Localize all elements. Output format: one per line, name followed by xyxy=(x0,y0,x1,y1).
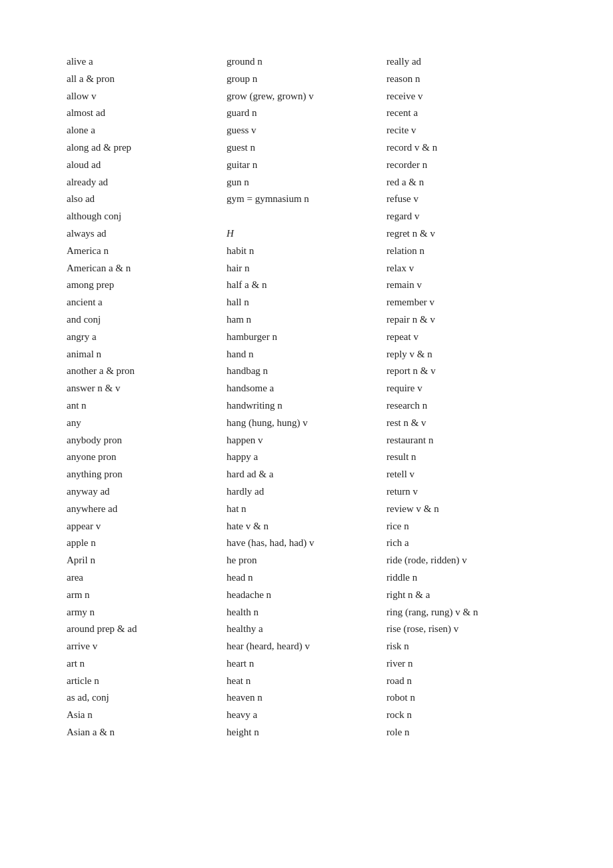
word-entry: heat n xyxy=(227,673,386,690)
word-entry: recite v xyxy=(386,122,546,139)
word-entry: around prep & ad xyxy=(67,621,227,638)
word-entry: happen v xyxy=(227,432,386,449)
word-entry: rest n & v xyxy=(386,415,546,432)
word-entry: head n xyxy=(227,569,386,587)
word-entry: army n xyxy=(67,604,227,621)
word-entry: remain v xyxy=(386,277,546,294)
word-entry: Asian a & n xyxy=(67,724,227,741)
word-entry: hard ad & a xyxy=(227,466,386,483)
word-entry: April n xyxy=(67,552,227,569)
section-header-h: H xyxy=(227,225,386,243)
word-entry: research n xyxy=(386,397,546,415)
word-entry: rock n xyxy=(386,707,546,724)
word-entry: relation n xyxy=(386,243,546,260)
word-entry: reply v & n xyxy=(386,346,546,363)
main-columns: alive aall a & pronallow valmost adalone… xyxy=(67,53,546,741)
column-3: really adreason nreceive vrecent arecite… xyxy=(386,53,546,741)
word-entry: hair n xyxy=(227,260,386,277)
word-entry: appear v xyxy=(67,518,227,535)
word-entry: America n xyxy=(67,243,227,260)
word-entry: health n xyxy=(227,604,386,621)
word-entry: recorder n xyxy=(386,157,546,174)
word-entry: guitar n xyxy=(227,157,386,174)
word-entry: red a & n xyxy=(386,174,546,191)
word-entry: gun n xyxy=(227,174,386,191)
word-entry: gym = gymnasium n xyxy=(227,191,386,208)
word-entry: aloud ad xyxy=(67,157,227,174)
word-entry: guess v xyxy=(227,122,386,139)
word-entry: hate v & n xyxy=(227,518,386,535)
word-entry: half a & n xyxy=(227,277,386,294)
word-entry: role n xyxy=(386,724,546,741)
word-entry: hamburger n xyxy=(227,329,386,346)
word-entry: road n xyxy=(386,673,546,690)
word-entry: guard n xyxy=(227,105,386,122)
word-entry: have (has, had, had) v xyxy=(227,535,386,552)
word-entry: ground n xyxy=(227,53,386,71)
word-entry: river n xyxy=(386,655,546,673)
column-1: alive aall a & pronallow valmost adalone… xyxy=(67,53,227,741)
word-entry: really ad xyxy=(386,53,546,71)
word-entry: heart n xyxy=(227,655,386,673)
word-entry: riddle n xyxy=(386,569,546,587)
word-entry: among prep xyxy=(67,277,227,294)
word-entry: remember v xyxy=(386,294,546,311)
word-entry: handwriting n xyxy=(227,397,386,415)
word-entry: although conj xyxy=(67,208,227,225)
word-entry: any xyxy=(67,415,227,432)
word-entry: result n xyxy=(386,449,546,466)
word-entry: hat n xyxy=(227,501,386,518)
word-entry: animal n xyxy=(67,346,227,363)
word-entry: receive v xyxy=(386,88,546,105)
word-entry: ancient a xyxy=(67,294,227,311)
word-entry: regret n & v xyxy=(386,225,546,243)
word-entry: refuse v xyxy=(386,191,546,208)
word-entry: recent a xyxy=(386,105,546,122)
word-entry: hand n xyxy=(227,346,386,363)
word-entry: anything pron xyxy=(67,466,227,483)
word-entry: angry a xyxy=(67,329,227,346)
word-entry: handsome a xyxy=(227,380,386,397)
word-entry: alive a xyxy=(67,53,227,71)
word-entry: all a & pron xyxy=(67,71,227,88)
word-entry: always ad xyxy=(67,225,227,243)
word-entry: answer n & v xyxy=(67,380,227,397)
word-entry: allow v xyxy=(67,88,227,105)
word-entry: ride (rode, ridden) v xyxy=(386,552,546,569)
word-entry: also ad xyxy=(67,191,227,208)
word-entry: already ad xyxy=(67,174,227,191)
word-entry: another a & pron xyxy=(67,363,227,380)
word-entry: review v & n xyxy=(386,501,546,518)
word-entry: right n & a xyxy=(386,587,546,604)
column-2: ground ngroup ngrow (grew, grown) vguard… xyxy=(227,53,386,741)
word-entry: ant n xyxy=(67,397,227,415)
word-entry: habit n xyxy=(227,243,386,260)
word-entry: repeat v xyxy=(386,329,546,346)
word-entry: robot n xyxy=(386,689,546,707)
word-entry: along ad & prep xyxy=(67,139,227,157)
word-entry: restaurant n xyxy=(386,432,546,449)
word-entry: apple n xyxy=(67,535,227,552)
word-entry: risk n xyxy=(386,638,546,655)
word-entry: anywhere ad xyxy=(67,501,227,518)
word-entry: hardly ad xyxy=(227,483,386,501)
word-entry: reason n xyxy=(386,71,546,88)
word-entry: and conj xyxy=(67,311,227,329)
word-entry: hang (hung, hung) v xyxy=(227,415,386,432)
word-entry: height n xyxy=(227,724,386,741)
word-entry: rise (rose, risen) v xyxy=(386,621,546,638)
word-entry: almost ad xyxy=(67,105,227,122)
word-entry: ring (rang, rung) v & n xyxy=(386,604,546,621)
word-entry: anyone pron xyxy=(67,449,227,466)
word-entry: heaven n xyxy=(227,689,386,707)
word-entry: rich a xyxy=(386,535,546,552)
word-entry: rice n xyxy=(386,518,546,535)
word-entry: group n xyxy=(227,71,386,88)
word-entry: arrive v xyxy=(67,638,227,655)
spacer xyxy=(227,208,386,225)
word-entry: article n xyxy=(67,673,227,690)
word-entry: alone a xyxy=(67,122,227,139)
word-entry: record v & n xyxy=(386,139,546,157)
word-entry: regard v xyxy=(386,208,546,225)
word-entry: area xyxy=(67,569,227,587)
